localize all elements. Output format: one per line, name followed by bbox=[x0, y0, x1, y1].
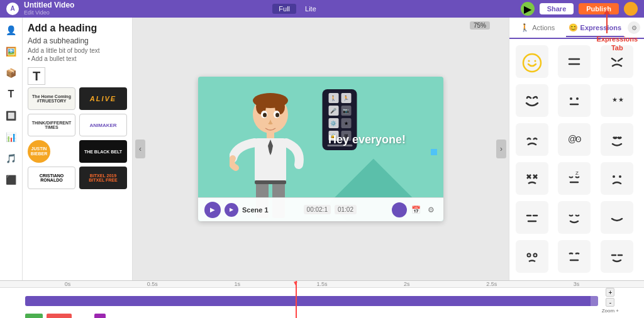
track-purple[interactable] bbox=[94, 314, 106, 318]
preview-play-button[interactable]: ▶ bbox=[521, 2, 535, 16]
sidebar-icon-character[interactable]: 👤 bbox=[4, 23, 19, 38]
canvas-nav-right-button[interactable]: › bbox=[496, 140, 506, 158]
asset-item[interactable]: ANIMAKER bbox=[79, 114, 127, 136]
expr-worried[interactable] bbox=[516, 240, 548, 273]
right-panel: 🚶 Actions 😊 Expressions ⚙ bbox=[509, 18, 644, 280]
ruler-mark-05s: 0.5s bbox=[110, 281, 195, 287]
mode-lite-button[interactable]: Lite bbox=[299, 4, 323, 14]
ruler-mark-25s: 2.5s bbox=[449, 281, 534, 287]
track-red[interactable] bbox=[47, 314, 72, 318]
sidebar-icon-shapes[interactable]: 🔲 bbox=[4, 108, 19, 123]
svg-point-33 bbox=[619, 175, 621, 178]
phone-icon-star[interactable]: ★ bbox=[341, 118, 351, 128]
expr-x-eyes[interactable] bbox=[516, 162, 548, 195]
main-layout: 👤 🖼️ 📦 T 🔲 📊 🎵 ⬛ Add a heading Add a sub… bbox=[0, 18, 644, 280]
timeline-needle[interactable] bbox=[296, 281, 297, 318]
svg-point-32 bbox=[613, 175, 615, 178]
asset-item[interactable]: THINK/DIFFERENTTIMES bbox=[28, 114, 75, 136]
assets-grid: The Home Coming#TRUESTORY ALIVE THINK/DI… bbox=[28, 87, 127, 189]
play-button[interactable]: ▶ bbox=[204, 202, 221, 218]
asset-item[interactable]: The Home Coming#TRUESTORY bbox=[28, 87, 75, 110]
svg-point-19 bbox=[570, 97, 572, 100]
app-title: Untitled Video bbox=[24, 1, 74, 9]
asset-item[interactable]: JUSTINBIEBER bbox=[28, 140, 50, 163]
ctrl-avatar[interactable] bbox=[392, 202, 407, 217]
ctrl-calendar-icon[interactable]: 📅 bbox=[409, 204, 422, 216]
assets-subheading: Add a subheading bbox=[28, 36, 127, 45]
sidebar-icon-image[interactable]: 🖼️ bbox=[4, 44, 19, 59]
annotation-arrowhead bbox=[604, 9, 610, 14]
expr-dot-eyes[interactable] bbox=[558, 84, 591, 117]
sidebar-icon-audio[interactable]: 🎵 bbox=[4, 151, 19, 166]
ruler-mark-1s: 1s bbox=[195, 281, 280, 287]
main-track[interactable] bbox=[25, 296, 598, 306]
annotation-container: Expressions Tab bbox=[597, 35, 638, 53]
phone-icon-mic[interactable]: 🎤 bbox=[328, 106, 338, 116]
user-avatar[interactable] bbox=[624, 2, 638, 16]
expr-mouth-only[interactable] bbox=[601, 201, 633, 234]
phone-icon-row2: 🎤 📷 bbox=[328, 106, 351, 116]
expr-sad[interactable] bbox=[601, 162, 633, 195]
expr-happy[interactable] bbox=[516, 45, 548, 78]
expr-heart-eyes[interactable] bbox=[601, 123, 633, 156]
play-button-2[interactable]: ▶ bbox=[225, 203, 238, 217]
tab-expressions-label: Expressions bbox=[580, 24, 621, 31]
expr-big-smile[interactable] bbox=[516, 84, 548, 117]
zoom-plus-button[interactable]: + bbox=[606, 288, 614, 297]
asset-item[interactable]: BITXEL 2019BITXEL FREE bbox=[79, 167, 127, 189]
expr-smirk[interactable] bbox=[558, 201, 591, 234]
text-icon[interactable]: T bbox=[28, 67, 45, 85]
panel-settings-button[interactable]: ⚙ bbox=[628, 21, 640, 34]
ruler-mark-0s: 0s bbox=[25, 281, 110, 287]
expr-grumpy[interactable] bbox=[516, 123, 548, 156]
time-current: 00:02:1 bbox=[304, 205, 331, 214]
ruler-mark-2s: 2s bbox=[364, 281, 449, 287]
canvas-nav-left-button[interactable]: ‹ bbox=[135, 140, 145, 158]
publish-button[interactable]: Publish bbox=[579, 3, 619, 14]
asset-item[interactable]: THE BLACK BELT bbox=[79, 140, 127, 163]
asset-item[interactable]: ALIVE bbox=[79, 87, 127, 110]
assets-body: Add a little bit of body text bbox=[28, 47, 127, 54]
expr-serious[interactable] bbox=[558, 240, 591, 273]
track-green[interactable] bbox=[25, 314, 43, 318]
expr-star-eyes[interactable]: ★★ bbox=[601, 84, 633, 117]
expr-flat[interactable] bbox=[516, 201, 548, 234]
canvas-zoom-label: 75% bbox=[470, 21, 490, 30]
asset-item[interactable]: CRISTIANORONALDO bbox=[28, 167, 75, 189]
zoom-controls: + - Zoom + bbox=[602, 288, 619, 314]
expr-content[interactable] bbox=[601, 240, 633, 273]
expr-swirl[interactable]: @ʘ bbox=[558, 123, 591, 156]
expr-sleepy[interactable]: Z bbox=[558, 162, 591, 195]
phone-icon-walk[interactable]: 🚶 bbox=[328, 93, 338, 103]
svg-rect-13 bbox=[255, 180, 286, 184]
expr-neutral[interactable] bbox=[558, 45, 591, 78]
sidebar-icon-objects[interactable]: 📦 bbox=[4, 65, 19, 80]
assets-heading: Add a heading bbox=[28, 23, 127, 34]
mode-full-button[interactable]: Full bbox=[272, 4, 296, 14]
controls-bar: ▶ ▶ Scene 1 00:02:1 01:02 📅 ⚙ bbox=[198, 197, 443, 221]
svg-text:ʘ: ʘ bbox=[575, 135, 581, 144]
phone-icon-run[interactable]: 🏃 bbox=[341, 93, 351, 103]
annotation-line bbox=[606, 9, 608, 33]
svg-point-7 bbox=[275, 113, 279, 118]
expressions-grid: ★★ @ʘ Z bbox=[509, 39, 644, 280]
expressions-icon: 😊 bbox=[569, 23, 578, 32]
phone-icon-gear[interactable]: ⚙️ bbox=[328, 118, 338, 128]
ctrl-settings-icon[interactable]: ⚙ bbox=[425, 204, 437, 216]
share-button[interactable]: Share bbox=[540, 3, 574, 14]
zoom-minus-button[interactable]: - bbox=[606, 298, 614, 307]
sidebar-icon-more[interactable]: ⬛ bbox=[4, 172, 19, 187]
phone-icon-row3: ⚙️ ★ bbox=[328, 118, 351, 128]
phone-icon-row: 🚶 🏃 bbox=[328, 93, 351, 103]
top-bar-left: A Untitled Video Edit Video bbox=[6, 1, 74, 16]
timeline-bottom: 0s 0.5s 1s 1.5s 2s 2.5s 3s + - Zoom + bbox=[0, 280, 644, 318]
canvas-marker[interactable] bbox=[431, 149, 437, 155]
tab-actions[interactable]: 🚶 Actions bbox=[509, 19, 566, 36]
assets-panel: Add a heading Add a subheading Add a lit… bbox=[23, 18, 133, 280]
sidebar-icon-text[interactable]: T bbox=[4, 87, 19, 102]
top-bar: A Untitled Video Edit Video Full Lite ▶ … bbox=[0, 0, 644, 18]
sidebar-icon-charts[interactable]: 📊 bbox=[4, 129, 19, 145]
left-sidebar: 👤 🖼️ 📦 T 🔲 📊 🎵 ⬛ bbox=[0, 18, 23, 280]
phone-icon-camera[interactable]: 📷 bbox=[341, 106, 351, 116]
svg-point-16 bbox=[535, 60, 536, 62]
